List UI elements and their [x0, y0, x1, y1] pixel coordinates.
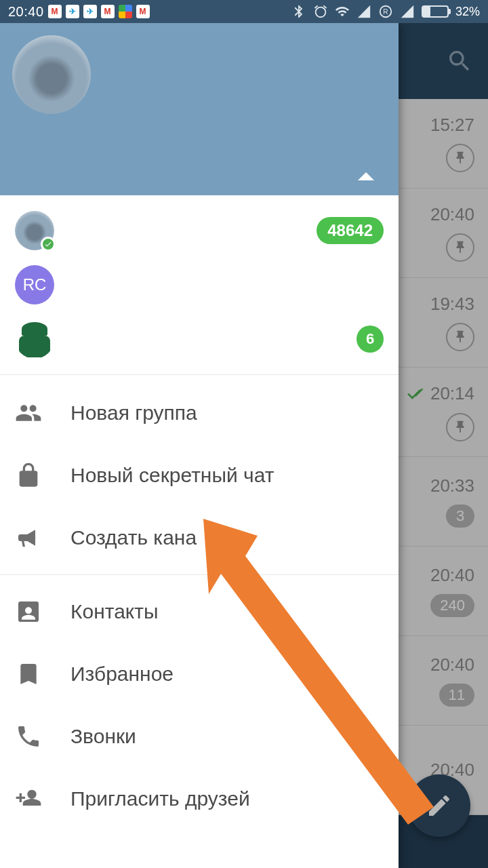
- menu-contacts[interactable]: Контакты: [0, 580, 399, 643]
- person-add-icon: [15, 785, 42, 812]
- account-avatar: [15, 211, 54, 250]
- gmail-notif-icon: M: [136, 5, 150, 18]
- account-row[interactable]: 6: [0, 312, 399, 366]
- gmail-notif-icon: M: [101, 5, 115, 18]
- registered-icon: R: [378, 4, 393, 19]
- lock-icon: [15, 462, 42, 489]
- menu-saved[interactable]: Избранное: [0, 643, 399, 705]
- navigation-drawer: 48642 RC 6 Новая группа Новый секретный …: [0, 23, 399, 868]
- drawer-menu: Новая группа Новый секретный чат Создать…: [0, 375, 399, 837]
- menu-new-secret-chat[interactable]: Новый секретный чат: [0, 444, 399, 507]
- menu-label: Контакты: [70, 600, 159, 623]
- wifi-icon: [335, 4, 350, 19]
- menu-label: Создать кана: [70, 526, 197, 549]
- svg-text:R: R: [383, 8, 388, 16]
- online-indicator: [41, 237, 56, 252]
- drawer-header: [0, 23, 399, 195]
- telegram-notif-icon: ✈: [83, 5, 97, 18]
- menu-label: Новый секретный чат: [70, 464, 274, 487]
- account-row[interactable]: RC: [0, 258, 399, 312]
- contact-icon: [15, 598, 42, 625]
- accounts-section: 48642 RC 6: [0, 195, 399, 375]
- phone-icon: [15, 723, 42, 750]
- status-time: 20:40: [8, 4, 44, 20]
- signal-icon: [357, 4, 371, 19]
- menu-new-channel[interactable]: Создать кана: [0, 507, 399, 569]
- alarm-icon: [313, 4, 328, 19]
- menu-label: Пригласить друзей: [70, 787, 250, 810]
- menu-invite[interactable]: Пригласить друзей: [0, 768, 399, 830]
- account-row[interactable]: 48642: [0, 203, 399, 258]
- account-avatar: RC: [15, 265, 54, 304]
- google-notif-icon: [119, 5, 132, 18]
- unread-badge: 6: [357, 326, 384, 353]
- telegram-notif-icon: ✈: [66, 5, 79, 18]
- profile-avatar[interactable]: [12, 35, 91, 114]
- status-bar: 20:40 M ✈ ✈ M M R 32%: [0, 0, 488, 23]
- signal-icon: [400, 4, 415, 19]
- menu-new-group[interactable]: Новая группа: [0, 382, 399, 444]
- chevron-up-icon[interactable]: [358, 172, 374, 180]
- menu-label: Избранное: [70, 663, 174, 686]
- menu-calls[interactable]: Звонки: [0, 705, 399, 768]
- gmail-notif-icon: M: [48, 5, 62, 18]
- bluetooth-icon: [291, 4, 306, 19]
- bookmark-icon: [15, 660, 42, 688]
- unread-badge: 48642: [317, 217, 384, 244]
- battery-percent: 32%: [455, 5, 480, 19]
- megaphone-icon: [15, 524, 42, 551]
- battery-icon: [422, 5, 449, 18]
- menu-label: Новая группа: [70, 401, 197, 425]
- group-icon: [15, 399, 42, 427]
- menu-label: Звонки: [70, 725, 136, 748]
- account-avatar: [15, 319, 54, 359]
